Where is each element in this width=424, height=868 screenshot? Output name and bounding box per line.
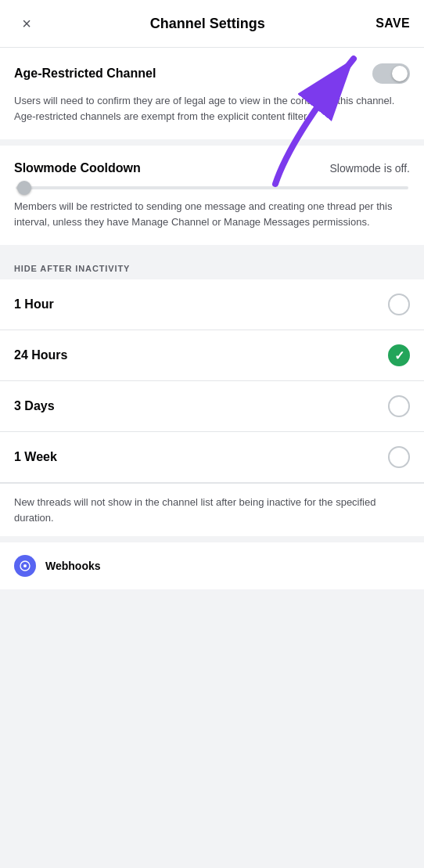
slowmode-slider-thumb[interactable] [17,181,31,195]
page-title: Channel Settings [150,16,265,32]
save-button[interactable]: SAVE [375,16,410,31]
svg-point-1 [23,564,27,567]
hide-after-inactivity-header: HIDE AFTER INACTIVITY [0,251,424,279]
option-1-week-radio[interactable] [388,446,410,468]
option-3-days-radio[interactable] [388,395,410,417]
option-24-hours-label: 24 Hours [14,348,67,362]
option-1-week[interactable]: 1 Week [0,432,424,483]
slowmode-slider-track[interactable] [16,186,408,189]
slowmode-section: Slowmode Cooldown Slowmode is off. Membe… [0,146,424,245]
option-1-hour-label: 1 Hour [14,297,54,312]
close-button[interactable]: × [14,11,39,36]
header: × Channel Settings SAVE [0,0,424,48]
slowmode-label: Slowmode Cooldown [14,161,141,175]
webhooks-label: Webhooks [45,560,101,572]
option-24-hours[interactable]: 24 Hours [0,330,424,381]
age-restricted-toggle[interactable] [372,63,410,84]
option-3-days-label: 3 Days [14,399,55,413]
age-restricted-toggle-row: Age-Restricted Channel [14,63,410,84]
age-restricted-label: Age-Restricted Channel [14,67,156,81]
age-restricted-section: Age-Restricted Channel Users will need t… [0,48,424,139]
age-restricted-description: Users will need to confirm they are of l… [14,93,410,124]
option-24-hours-radio[interactable] [388,344,410,366]
option-1-hour-radio[interactable] [388,294,410,315]
option-3-days[interactable]: 3 Days [0,381,424,432]
webhooks-icon [14,555,36,577]
radio-section: 1 Hour 24 Hours 3 Days 1 Week New thread… [0,279,424,536]
slowmode-description: Members will be restricted to sending on… [14,199,410,229]
slowmode-slider-container[interactable] [14,186,410,189]
slowmode-row: Slowmode Cooldown Slowmode is off. [14,161,410,175]
slowmode-value: Slowmode is off. [330,162,410,175]
webhooks-section[interactable]: Webhooks [0,542,424,589]
option-1-week-label: 1 Week [14,450,57,464]
inactivity-footer-description: New threads will not show in the channel… [0,483,424,536]
option-1-hour[interactable]: 1 Hour [0,279,424,330]
